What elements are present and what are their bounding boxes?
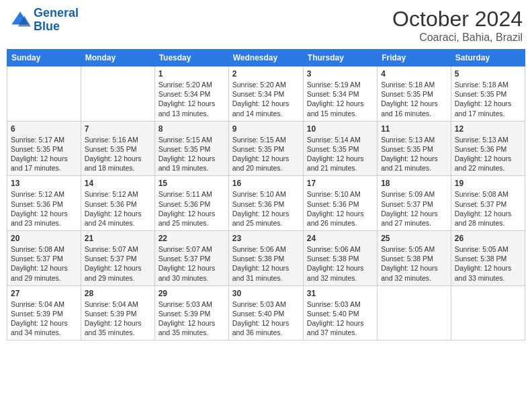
day-number: 4	[381, 69, 447, 79]
col-sunday: Sunday	[7, 50, 81, 66]
day-number: 2	[232, 69, 300, 79]
cell-info: Sunrise: 5:03 AM Sunset: 5:40 PM Dayligh…	[232, 300, 300, 338]
calendar-row: 13Sunrise: 5:12 AM Sunset: 5:36 PM Dayli…	[7, 176, 525, 231]
day-number: 31	[307, 289, 373, 298]
day-number: 15	[159, 179, 225, 188]
table-cell: 1Sunrise: 5:20 AM Sunset: 5:34 PM Daylig…	[154, 66, 228, 122]
cell-info: Sunrise: 5:07 AM Sunset: 5:37 PM Dayligh…	[159, 244, 225, 283]
table-cell: 22Sunrise: 5:07 AM Sunset: 5:37 PM Dayli…	[154, 231, 228, 286]
logo-line2: Blue	[34, 19, 60, 33]
cell-info: Sunrise: 5:07 AM Sunset: 5:37 PM Dayligh…	[85, 244, 151, 283]
cell-info: Sunrise: 5:16 AM Sunset: 5:35 PM Dayligh…	[85, 135, 151, 173]
day-number: 18	[381, 179, 447, 188]
table-cell: 7Sunrise: 5:16 AM Sunset: 5:35 PM Daylig…	[81, 121, 154, 176]
day-number: 14	[85, 179, 151, 188]
table-cell: 21Sunrise: 5:07 AM Sunset: 5:37 PM Dayli…	[81, 231, 154, 286]
location-title: Coaraci, Bahia, Brazil	[392, 32, 523, 44]
table-cell: 24Sunrise: 5:06 AM Sunset: 5:38 PM Dayli…	[303, 231, 377, 286]
col-wednesday: Wednesday	[228, 50, 303, 66]
col-friday: Friday	[378, 50, 451, 66]
table-cell: 26Sunrise: 5:05 AM Sunset: 5:38 PM Dayli…	[451, 231, 525, 286]
cell-info: Sunrise: 5:04 AM Sunset: 5:39 PM Dayligh…	[85, 300, 151, 338]
cell-info: Sunrise: 5:13 AM Sunset: 5:35 PM Dayligh…	[381, 135, 447, 173]
cell-info: Sunrise: 5:05 AM Sunset: 5:38 PM Dayligh…	[455, 244, 521, 283]
day-number: 12	[455, 124, 521, 134]
day-number: 27	[11, 289, 77, 298]
logo: General Blue	[9, 7, 79, 34]
cell-info: Sunrise: 5:13 AM Sunset: 5:36 PM Dayligh…	[455, 135, 521, 173]
cell-info: Sunrise: 5:09 AM Sunset: 5:37 PM Dayligh…	[381, 189, 447, 228]
table-cell: 18Sunrise: 5:09 AM Sunset: 5:37 PM Dayli…	[378, 176, 451, 231]
table-cell: 31Sunrise: 5:03 AM Sunset: 5:40 PM Dayli…	[303, 285, 377, 340]
day-number: 9	[232, 124, 300, 134]
cell-info: Sunrise: 5:11 AM Sunset: 5:36 PM Dayligh…	[159, 189, 225, 228]
day-number: 13	[11, 179, 77, 188]
header-row: Sunday Monday Tuesday Wednesday Thursday…	[7, 50, 525, 66]
table-cell: 12Sunrise: 5:13 AM Sunset: 5:36 PM Dayli…	[451, 121, 525, 176]
day-number: 6	[11, 124, 77, 134]
cell-info: Sunrise: 5:05 AM Sunset: 5:38 PM Dayligh…	[381, 244, 447, 283]
table-cell: 20Sunrise: 5:08 AM Sunset: 5:37 PM Dayli…	[7, 231, 81, 286]
day-number: 3	[307, 69, 373, 79]
day-number: 25	[381, 234, 447, 243]
day-number: 28	[85, 289, 151, 298]
day-number: 22	[159, 234, 225, 243]
table-cell: 16Sunrise: 5:10 AM Sunset: 5:36 PM Dayli…	[228, 176, 303, 231]
cell-info: Sunrise: 5:15 AM Sunset: 5:35 PM Dayligh…	[159, 135, 225, 173]
table-cell: 8Sunrise: 5:15 AM Sunset: 5:35 PM Daylig…	[154, 121, 228, 176]
cell-info: Sunrise: 5:12 AM Sunset: 5:36 PM Dayligh…	[85, 189, 151, 228]
table-cell: 9Sunrise: 5:15 AM Sunset: 5:35 PM Daylig…	[228, 121, 303, 176]
month-title: October 2024	[392, 7, 523, 32]
col-saturday: Saturday	[451, 50, 525, 66]
cell-info: Sunrise: 5:12 AM Sunset: 5:36 PM Dayligh…	[11, 189, 77, 228]
table-cell: 2Sunrise: 5:20 AM Sunset: 5:34 PM Daylig…	[228, 66, 303, 122]
table-cell: 28Sunrise: 5:04 AM Sunset: 5:39 PM Dayli…	[81, 285, 154, 340]
calendar-row: 27Sunrise: 5:04 AM Sunset: 5:39 PM Dayli…	[7, 285, 525, 340]
cell-info: Sunrise: 5:10 AM Sunset: 5:36 PM Dayligh…	[307, 189, 373, 228]
calendar-row: 6Sunrise: 5:17 AM Sunset: 5:35 PM Daylig…	[7, 121, 525, 176]
cell-info: Sunrise: 5:20 AM Sunset: 5:34 PM Dayligh…	[232, 80, 300, 118]
cell-info: Sunrise: 5:15 AM Sunset: 5:35 PM Dayligh…	[232, 135, 300, 173]
table-cell: 29Sunrise: 5:03 AM Sunset: 5:39 PM Dayli…	[154, 285, 228, 340]
table-cell: 25Sunrise: 5:05 AM Sunset: 5:38 PM Dayli…	[378, 231, 451, 286]
cell-info: Sunrise: 5:06 AM Sunset: 5:38 PM Dayligh…	[232, 244, 300, 283]
day-number: 5	[455, 69, 521, 79]
table-cell	[7, 66, 81, 122]
cell-info: Sunrise: 5:04 AM Sunset: 5:39 PM Dayligh…	[11, 300, 77, 338]
table-cell: 5Sunrise: 5:18 AM Sunset: 5:35 PM Daylig…	[451, 66, 525, 122]
logo-line1: General	[34, 6, 79, 19]
day-number: 8	[159, 124, 225, 134]
cell-info: Sunrise: 5:17 AM Sunset: 5:35 PM Dayligh…	[11, 135, 77, 173]
table-cell: 11Sunrise: 5:13 AM Sunset: 5:35 PM Dayli…	[378, 121, 451, 176]
cell-info: Sunrise: 5:03 AM Sunset: 5:39 PM Dayligh…	[159, 300, 225, 338]
day-number: 20	[11, 234, 77, 243]
table-cell: 23Sunrise: 5:06 AM Sunset: 5:38 PM Dayli…	[228, 231, 303, 286]
calendar-table: Sunday Monday Tuesday Wednesday Thursday…	[7, 49, 525, 340]
day-number: 11	[381, 124, 447, 134]
table-cell	[378, 285, 451, 340]
table-cell: 30Sunrise: 5:03 AM Sunset: 5:40 PM Dayli…	[228, 285, 303, 340]
col-thursday: Thursday	[303, 50, 377, 66]
day-number: 7	[85, 124, 151, 134]
table-cell: 6Sunrise: 5:17 AM Sunset: 5:35 PM Daylig…	[7, 121, 81, 176]
day-number: 16	[232, 179, 300, 188]
table-cell	[81, 66, 154, 122]
table-cell: 14Sunrise: 5:12 AM Sunset: 5:36 PM Dayli…	[81, 176, 154, 231]
table-cell: 13Sunrise: 5:12 AM Sunset: 5:36 PM Dayli…	[7, 176, 81, 231]
table-cell: 15Sunrise: 5:11 AM Sunset: 5:36 PM Dayli…	[154, 176, 228, 231]
day-number: 10	[307, 124, 373, 134]
calendar-row: 20Sunrise: 5:08 AM Sunset: 5:37 PM Dayli…	[7, 231, 525, 286]
day-number: 29	[159, 289, 225, 298]
table-cell: 3Sunrise: 5:19 AM Sunset: 5:34 PM Daylig…	[303, 66, 377, 122]
table-cell: 4Sunrise: 5:18 AM Sunset: 5:35 PM Daylig…	[378, 66, 451, 122]
logo-text: General Blue	[34, 7, 79, 34]
day-number: 30	[232, 289, 300, 298]
table-cell: 19Sunrise: 5:08 AM Sunset: 5:37 PM Dayli…	[451, 176, 525, 231]
cell-info: Sunrise: 5:18 AM Sunset: 5:35 PM Dayligh…	[381, 80, 447, 118]
col-monday: Monday	[81, 50, 154, 66]
cell-info: Sunrise: 5:14 AM Sunset: 5:35 PM Dayligh…	[307, 135, 373, 173]
day-number: 19	[455, 179, 521, 188]
title-block: October 2024 Coaraci, Bahia, Brazil	[392, 7, 523, 44]
day-number: 21	[85, 234, 151, 243]
cell-info: Sunrise: 5:10 AM Sunset: 5:36 PM Dayligh…	[232, 189, 300, 228]
